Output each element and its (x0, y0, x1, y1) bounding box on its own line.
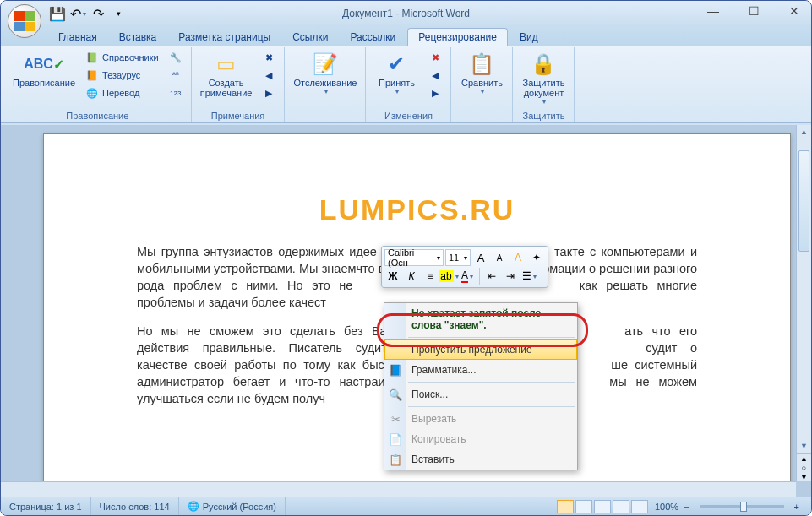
grow-font-button[interactable]: A (472, 249, 489, 266)
undo-icon: ↶ (70, 6, 81, 22)
font-color-button[interactable]: A (459, 268, 476, 285)
inc-indent-button[interactable]: ⇥ (502, 268, 519, 285)
bold-button[interactable]: Ж (384, 268, 401, 285)
word-count-button[interactable]: 123 (166, 84, 186, 101)
zoom-knob[interactable] (740, 502, 747, 512)
ctx-paste[interactable]: 📋Вставить (384, 449, 577, 470)
chevron-down-icon: ▾ (117, 9, 121, 18)
research-button[interactable]: 📗Справочники (82, 49, 162, 66)
abc-icon: ᴬᴮ (169, 68, 183, 82)
spell-error[interactable]: улучшаться (137, 392, 204, 405)
track-changes-button[interactable]: 📝 Отслеживание (290, 49, 360, 97)
prev-change-icon: ◀ (428, 68, 442, 82)
prev-change-button[interactable]: ◀ (425, 67, 445, 84)
browse-select[interactable]: ○ (797, 463, 811, 472)
maximize-button[interactable]: ☐ (742, 3, 766, 19)
ctx-grammar[interactable]: 📘Грамматика... (384, 360, 577, 380)
shrink-font-icon: A (497, 253, 503, 263)
scroll-thumb[interactable] (798, 150, 809, 252)
status-page[interactable]: Страница: 1 из 1 (1, 497, 91, 515)
qat-customize[interactable]: ▾ (109, 5, 128, 22)
new-comment-button[interactable]: ▭ Создать примечание (197, 49, 256, 100)
highlight-icon: ab (439, 270, 453, 282)
group-comments: ▭ Создать примечание ✖ ◀ ▶ Примечания (192, 47, 286, 122)
minimize-button[interactable]: — (701, 3, 725, 19)
spelling-button[interactable]: ABC✓ Правописание (9, 49, 79, 90)
reject-icon: ✖ (428, 51, 442, 64)
tab-home[interactable]: Главная (48, 29, 107, 46)
paste-icon: 📋 (388, 454, 403, 466)
redo-icon: ↷ (93, 6, 104, 22)
tab-mailings[interactable]: Рассылки (340, 29, 406, 46)
statusbar: Страница: 1 из 1 Число слов: 114 🌐Русски… (1, 497, 811, 515)
zoom-level[interactable]: 100% (655, 502, 678, 512)
shrink-font-button[interactable]: A (491, 249, 508, 266)
format-painter-button[interactable]: ✦ (528, 249, 545, 266)
group-tracking: 📝 Отслеживание (285, 47, 366, 122)
horizontal-scrollbar[interactable] (1, 481, 796, 497)
zoom-slider[interactable] (700, 505, 784, 508)
undo-button[interactable]: ↶ (68, 5, 87, 22)
bullets-button[interactable]: ☰ (520, 268, 537, 285)
zoom-out-button[interactable]: − (680, 502, 692, 512)
save-icon: 💾 (49, 6, 66, 22)
tab-references[interactable]: Ссылки (282, 29, 338, 46)
lang-tool-2[interactable]: ᴬᴮ (166, 67, 186, 84)
group-changes: ✔ Принять ✖ ◀ ▶ Изменения (366, 47, 451, 122)
next-change-button[interactable]: ▶ (425, 84, 445, 101)
browse-prev[interactable]: ▲ (797, 454, 811, 463)
thesaurus-button[interactable]: 📙Тезаурус (82, 67, 162, 84)
status-word-count[interactable]: Число слов: 114 (91, 497, 179, 515)
browse-next[interactable]: ▼ (797, 472, 811, 481)
scroll-up-button[interactable]: ▲ (797, 125, 811, 139)
italic-button[interactable]: К (403, 268, 420, 285)
grammar-error-znaem[interactable]: знаем (322, 262, 357, 275)
highlight-button[interactable]: ab (440, 268, 457, 285)
zoom-in-button[interactable]: + (791, 502, 803, 512)
ctx-error-title: Не хватает запятой после слова "знаем". (384, 303, 577, 335)
reject-button[interactable]: ✖ (425, 49, 445, 66)
tab-view[interactable]: Вид (510, 29, 548, 46)
size-combo[interactable]: 11▾ (445, 249, 471, 266)
dec-indent-icon: ⇤ (488, 270, 496, 282)
tab-review[interactable]: Рецензирование (407, 28, 508, 46)
titlebar: 💾 ↶ ↷ ▾ Документ1 - Microsoft Word — ☐ ✕ (1, 1, 811, 26)
scroll-down-button[interactable]: ▼ (797, 439, 811, 453)
dec-indent-button[interactable]: ⇤ (483, 268, 500, 285)
save-button[interactable]: 💾 (48, 5, 67, 22)
compare-button[interactable]: 📋 Сравнить (456, 49, 507, 97)
ctx-search[interactable]: 🔍Поиск... (384, 384, 577, 405)
office-button[interactable] (8, 4, 41, 38)
italic-icon: К (408, 270, 414, 282)
tab-insert[interactable]: Вставка (109, 29, 167, 46)
ctx-skip-sentence[interactable]: Пропустить предложение (384, 339, 577, 360)
prev-comment-button[interactable]: ◀ (259, 67, 279, 84)
delete-icon: ✖ (262, 51, 275, 64)
translate-button[interactable]: 🌐Перевод (82, 84, 162, 101)
redo-button[interactable]: ↷ (89, 5, 107, 22)
office-logo-icon (14, 11, 35, 31)
status-language[interactable]: 🌐Русский (Россия) (179, 497, 286, 515)
font-combo[interactable]: Calibri (Осн▾ (384, 249, 444, 266)
center-icon: ≡ (427, 270, 433, 282)
view-outline[interactable] (613, 500, 629, 513)
protect-button[interactable]: 🔒 Защитить документ (518, 49, 569, 107)
close-button[interactable]: ✕ (782, 3, 806, 19)
delete-comment-button[interactable]: ✖ (259, 49, 279, 66)
lang-tool-1[interactable]: 🔧 (166, 49, 186, 66)
view-web[interactable] (594, 500, 611, 513)
view-full-screen[interactable] (575, 500, 592, 513)
compare-icon: 📋 (469, 51, 494, 78)
bullets-icon: ☰ (522, 270, 531, 282)
vertical-scrollbar[interactable]: ▲ ▼ ▲ ○ ▼ (796, 125, 811, 481)
count-icon: 123 (169, 86, 183, 100)
tab-layout[interactable]: Разметка страницы (168, 29, 281, 46)
next-comment-button[interactable]: ▶ (259, 84, 279, 101)
view-print-layout[interactable] (557, 500, 574, 513)
style-button[interactable]: A (510, 249, 526, 266)
center-button[interactable]: ≡ (422, 268, 439, 285)
accept-button[interactable]: ✔ Принять (371, 49, 422, 97)
brush-icon: ✦ (532, 252, 541, 263)
view-draft[interactable] (631, 500, 648, 513)
bold-icon: Ж (389, 270, 398, 282)
